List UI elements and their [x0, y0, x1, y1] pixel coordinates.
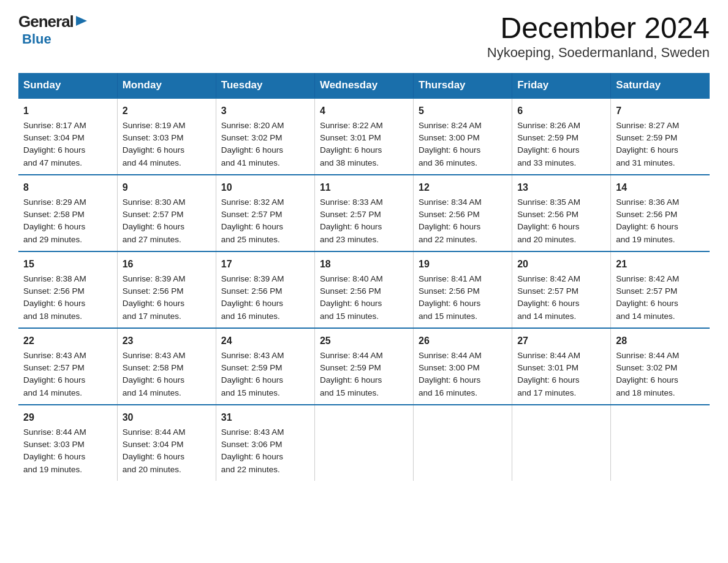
- day-number: 21: [616, 257, 705, 272]
- calendar-cell: 20Sunrise: 8:42 AMSunset: 2:57 PMDayligh…: [512, 251, 611, 328]
- calendar-week-3: 15Sunrise: 8:38 AMSunset: 2:56 PMDayligh…: [18, 251, 710, 328]
- day-number: 4: [320, 104, 408, 118]
- calendar-cell: [512, 405, 611, 481]
- weekday-header-friday: Friday: [512, 73, 611, 98]
- calendar-cell: 1Sunrise: 8:17 AMSunset: 3:04 PMDaylight…: [18, 98, 117, 175]
- day-number: 11: [320, 180, 408, 195]
- day-number: 16: [123, 257, 211, 272]
- calendar-cell: 25Sunrise: 8:44 AMSunset: 2:59 PMDayligh…: [314, 328, 413, 405]
- day-number: 9: [123, 180, 211, 195]
- day-number: 2: [123, 104, 211, 118]
- calendar-cell: 27Sunrise: 8:44 AMSunset: 3:01 PMDayligh…: [512, 328, 611, 405]
- calendar-cell: 12Sunrise: 8:34 AMSunset: 2:56 PMDayligh…: [414, 175, 512, 251]
- title-block: December 2024 Nykoeping, Soedermanland, …: [487, 12, 710, 61]
- calendar-cell: 21Sunrise: 8:42 AMSunset: 2:57 PMDayligh…: [611, 251, 710, 328]
- calendar-cell: 26Sunrise: 8:44 AMSunset: 3:00 PMDayligh…: [414, 328, 512, 405]
- day-number: 19: [419, 257, 507, 272]
- calendar-cell: 5Sunrise: 8:24 AMSunset: 3:00 PMDaylight…: [414, 98, 512, 175]
- calendar-cell: [314, 405, 413, 481]
- calendar-cell: 30Sunrise: 8:44 AMSunset: 3:04 PMDayligh…: [117, 405, 216, 481]
- calendar-cell: 10Sunrise: 8:32 AMSunset: 2:57 PMDayligh…: [216, 175, 314, 251]
- calendar-cell: 8Sunrise: 8:29 AMSunset: 2:58 PMDaylight…: [18, 175, 117, 251]
- calendar-cell: 14Sunrise: 8:36 AMSunset: 2:56 PMDayligh…: [611, 175, 710, 251]
- calendar-week-1: 1Sunrise: 8:17 AMSunset: 3:04 PMDaylight…: [18, 98, 710, 175]
- day-number: 24: [221, 334, 309, 348]
- calendar-cell: 2Sunrise: 8:19 AMSunset: 3:03 PMDaylight…: [117, 98, 216, 175]
- calendar-week-5: 29Sunrise: 8:44 AMSunset: 3:03 PMDayligh…: [18, 405, 710, 481]
- day-number: 6: [517, 104, 605, 118]
- calendar-cell: 31Sunrise: 8:43 AMSunset: 3:06 PMDayligh…: [216, 405, 314, 481]
- day-number: 30: [123, 410, 211, 425]
- calendar-cell: 24Sunrise: 8:43 AMSunset: 2:59 PMDayligh…: [216, 328, 314, 405]
- calendar-cell: 7Sunrise: 8:27 AMSunset: 2:59 PMDaylight…: [611, 98, 710, 175]
- day-number: 22: [23, 334, 112, 348]
- day-number: 31: [221, 410, 309, 425]
- calendar-cell: 6Sunrise: 8:26 AMSunset: 2:59 PMDaylight…: [512, 98, 611, 175]
- logo: General Blue: [18, 12, 88, 47]
- calendar-cell: 18Sunrise: 8:40 AMSunset: 2:56 PMDayligh…: [314, 251, 413, 328]
- day-number: 27: [517, 334, 605, 348]
- day-number: 1: [23, 104, 112, 118]
- logo-general-text: General: [18, 12, 74, 31]
- calendar-cell: 29Sunrise: 8:44 AMSunset: 3:03 PMDayligh…: [18, 405, 117, 481]
- weekday-header-thursday: Thursday: [414, 73, 512, 98]
- day-number: 18: [320, 257, 408, 272]
- day-number: 7: [616, 104, 705, 118]
- weekday-header-row: SundayMondayTuesdayWednesdayThursdayFrid…: [18, 73, 710, 98]
- day-number: 28: [616, 334, 705, 348]
- logo-arrow-icon: [75, 15, 88, 29]
- day-number: 14: [616, 180, 705, 195]
- day-number: 26: [419, 334, 507, 348]
- calendar-week-2: 8Sunrise: 8:29 AMSunset: 2:58 PMDaylight…: [18, 175, 710, 251]
- calendar-cell: 9Sunrise: 8:30 AMSunset: 2:57 PMDaylight…: [117, 175, 216, 251]
- calendar-cell: 22Sunrise: 8:43 AMSunset: 2:57 PMDayligh…: [18, 328, 117, 405]
- svg-marker-0: [76, 16, 87, 26]
- day-number: 10: [221, 180, 309, 195]
- weekday-header-wednesday: Wednesday: [314, 73, 413, 98]
- page-header: General Blue December 2024 Nykoeping, So…: [18, 12, 710, 61]
- calendar-cell: 23Sunrise: 8:43 AMSunset: 2:58 PMDayligh…: [117, 328, 216, 405]
- calendar-week-4: 22Sunrise: 8:43 AMSunset: 2:57 PMDayligh…: [18, 328, 710, 405]
- day-number: 5: [419, 104, 507, 118]
- calendar-cell: 19Sunrise: 8:41 AMSunset: 2:56 PMDayligh…: [414, 251, 512, 328]
- day-number: 17: [221, 257, 309, 272]
- day-number: 23: [123, 334, 211, 348]
- weekday-header-sunday: Sunday: [18, 73, 117, 98]
- calendar-cell: 28Sunrise: 8:44 AMSunset: 3:02 PMDayligh…: [611, 328, 710, 405]
- page-subtitle: Nykoeping, Soedermanland, Sweden: [487, 45, 710, 61]
- calendar-cell: 4Sunrise: 8:22 AMSunset: 3:01 PMDaylight…: [314, 98, 413, 175]
- calendar-cell: 13Sunrise: 8:35 AMSunset: 2:56 PMDayligh…: [512, 175, 611, 251]
- calendar-cell: [611, 405, 710, 481]
- calendar-cell: 15Sunrise: 8:38 AMSunset: 2:56 PMDayligh…: [18, 251, 117, 328]
- calendar-cell: 17Sunrise: 8:39 AMSunset: 2:56 PMDayligh…: [216, 251, 314, 328]
- calendar-cell: 3Sunrise: 8:20 AMSunset: 3:02 PMDaylight…: [216, 98, 314, 175]
- weekday-header-tuesday: Tuesday: [216, 73, 314, 98]
- calendar-cell: [414, 405, 512, 481]
- weekday-header-monday: Monday: [117, 73, 216, 98]
- day-number: 20: [517, 257, 605, 272]
- weekday-header-saturday: Saturday: [611, 73, 710, 98]
- calendar-table: SundayMondayTuesdayWednesdayThursdayFrid…: [18, 73, 710, 481]
- day-number: 29: [23, 410, 112, 425]
- page-title: December 2024: [487, 12, 710, 45]
- logo-blue-text: Blue: [22, 31, 51, 47]
- calendar-cell: 16Sunrise: 8:39 AMSunset: 2:56 PMDayligh…: [117, 251, 216, 328]
- day-number: 25: [320, 334, 408, 348]
- day-number: 3: [221, 104, 309, 118]
- day-number: 13: [517, 180, 605, 195]
- calendar-cell: 11Sunrise: 8:33 AMSunset: 2:57 PMDayligh…: [314, 175, 413, 251]
- day-number: 8: [23, 180, 112, 195]
- day-number: 12: [419, 180, 507, 195]
- day-number: 15: [23, 257, 112, 272]
